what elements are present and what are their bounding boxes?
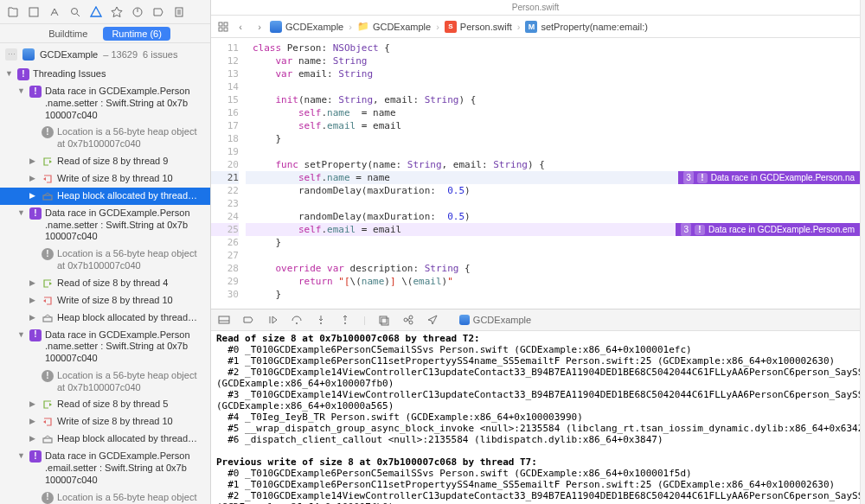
line-number[interactable]: 29 bbox=[211, 275, 239, 288]
line-number[interactable]: 20 bbox=[211, 158, 239, 171]
step-into-icon[interactable] bbox=[315, 314, 327, 326]
line-number[interactable]: 12 bbox=[211, 54, 239, 67]
issue-step[interactable]: ▶Heap block allocated by thread… bbox=[0, 309, 210, 327]
debug-view-hierarchy-icon[interactable] bbox=[378, 314, 390, 326]
report-navigator-icon[interactable] bbox=[173, 6, 185, 18]
debug-target[interactable]: GCDExample bbox=[459, 315, 531, 325]
simulate-location-icon[interactable] bbox=[426, 314, 439, 326]
crumb-symbol[interactable]: MsetProperty(name:email:) bbox=[525, 21, 648, 33]
data-race-issue[interactable]: ▼!Data race in GCDExample.Person .email.… bbox=[0, 448, 210, 488]
disclosure-triangle-icon[interactable]: ▶ bbox=[29, 173, 38, 183]
issue-location[interactable]: !Location is a 56-byte heap object at 0x… bbox=[0, 489, 210, 505]
active-tab-label[interactable]: Person.swift bbox=[512, 3, 559, 12]
code-line[interactable]: self.name = name bbox=[246, 106, 860, 119]
related-items-icon[interactable] bbox=[216, 20, 230, 34]
code-line[interactable]: self.name = name3!Data race in GCDExampl… bbox=[246, 171, 860, 184]
disclosure-triangle-icon[interactable]: ▶ bbox=[29, 295, 38, 305]
code-area[interactable]: class Person: NSObject { var name: Strin… bbox=[246, 38, 860, 309]
disclosure-triangle-icon[interactable]: ▼ bbox=[17, 86, 26, 96]
crumb-project[interactable]: GCDExample bbox=[270, 21, 343, 33]
line-number[interactable]: 18 bbox=[211, 132, 239, 145]
toggle-debug-area-icon[interactable] bbox=[218, 314, 230, 326]
line-number[interactable]: 25 bbox=[211, 223, 239, 236]
issue-project-header[interactable]: ⋯ GCDExample – 13629 6 issues bbox=[0, 43, 210, 66]
disclosure-triangle-icon[interactable]: ▼ bbox=[17, 329, 26, 340]
code-line[interactable]: override var description: String { bbox=[246, 262, 860, 275]
issue-step[interactable]: ▶Read of size 8 by thread 4 bbox=[0, 275, 210, 292]
test-navigator-icon[interactable] bbox=[111, 6, 123, 18]
step-over-icon[interactable] bbox=[291, 314, 303, 326]
issue-step[interactable]: ▶Write of size 8 by thread 10 bbox=[0, 413, 210, 431]
line-number[interactable]: 27 bbox=[211, 249, 239, 262]
issue-location[interactable]: !Location is a 56-byte heap object at 0x… bbox=[0, 367, 210, 397]
find-navigator-icon[interactable] bbox=[69, 6, 81, 18]
line-number[interactable]: 22 bbox=[211, 184, 239, 197]
code-line[interactable]: var email: String bbox=[246, 67, 860, 80]
outline-toggle-icon[interactable]: ⋯ bbox=[5, 48, 17, 61]
data-race-issue[interactable]: ▼!Data race in GCDExample.Person .name.s… bbox=[0, 327, 210, 367]
line-number[interactable]: 13 bbox=[211, 67, 239, 80]
code-line[interactable]: } bbox=[246, 288, 860, 301]
disclosure-triangle-icon[interactable]: ▶ bbox=[29, 416, 38, 426]
code-line[interactable]: func setProperty(name: String, email: St… bbox=[246, 158, 860, 171]
breakpoints-toggle-icon[interactable] bbox=[242, 314, 254, 326]
inline-issue-annotation[interactable]: 3!Data race in GCDExample.Person.em bbox=[676, 223, 860, 236]
symbol-navigator-icon[interactable] bbox=[48, 6, 61, 18]
issue-step[interactable]: ▶Heap block allocated by thread… bbox=[0, 188, 210, 205]
code-line[interactable]: randomDelay(maxDuration: 0.5) bbox=[246, 210, 860, 223]
issue-step[interactable]: ▶Read of size 8 by thread 5 bbox=[0, 396, 210, 413]
disclosure-triangle-icon[interactable]: ▶ bbox=[29, 399, 38, 409]
code-line[interactable]: return "[\(name)] \(email)" bbox=[246, 275, 860, 288]
back-button-icon[interactable]: ‹ bbox=[234, 20, 247, 34]
code-line[interactable]: init(name: String, email: String) { bbox=[246, 93, 860, 106]
continue-icon[interactable] bbox=[266, 314, 279, 326]
issue-location[interactable]: !Location is a 56-byte heap object at 0x… bbox=[0, 124, 210, 153]
code-line[interactable]: var name: String bbox=[246, 54, 860, 67]
threading-issues-group[interactable]: ▼!Threading Issues bbox=[0, 66, 210, 83]
crumb-file[interactable]: SPerson.swift bbox=[445, 21, 512, 33]
debug-navigator-icon[interactable] bbox=[131, 6, 144, 18]
disclosure-triangle-icon[interactable]: ▼ bbox=[17, 450, 26, 461]
line-number[interactable]: 26 bbox=[211, 236, 239, 249]
issue-location[interactable]: !Location is a 56-byte heap object at 0x… bbox=[0, 246, 210, 275]
tab-bar[interactable]: Person.swift bbox=[211, 0, 860, 16]
disclosure-triangle-icon[interactable]: ▶ bbox=[29, 433, 38, 443]
code-line[interactable]: self.email = email3!Data race in GCDExam… bbox=[246, 223, 860, 236]
disclosure-triangle-icon[interactable]: ▼ bbox=[17, 207, 26, 218]
step-out-icon[interactable] bbox=[339, 314, 351, 326]
debug-memory-graph-icon[interactable] bbox=[402, 314, 414, 326]
line-number[interactable]: 16 bbox=[211, 106, 239, 119]
line-number[interactable]: 24 bbox=[211, 210, 239, 223]
line-number[interactable]: 19 bbox=[211, 145, 239, 158]
issue-step[interactable]: ▶Heap block allocated by thread… bbox=[0, 431, 210, 448]
breakpoint-navigator-icon[interactable] bbox=[152, 6, 164, 18]
data-race-issue[interactable]: ▼!Data race in GCDExample.Person .name.s… bbox=[0, 83, 210, 124]
line-number[interactable]: 28 bbox=[211, 262, 239, 275]
issue-step[interactable]: ▶Write of size 8 by thread 10 bbox=[0, 170, 210, 188]
line-number[interactable]: 11 bbox=[211, 41, 239, 54]
runtime-segment[interactable]: Runtime (6) bbox=[103, 27, 170, 41]
line-number-gutter[interactable]: 1112131415161718192021222324252627282930 bbox=[211, 38, 246, 309]
line-number[interactable]: 14 bbox=[211, 80, 239, 93]
source-editor[interactable]: 1112131415161718192021222324252627282930… bbox=[211, 38, 860, 309]
code-line[interactable] bbox=[246, 197, 860, 210]
line-number[interactable]: 23 bbox=[211, 197, 239, 210]
data-race-issue[interactable]: ▼!Data race in GCDExample.Person .name.s… bbox=[0, 205, 210, 246]
code-line[interactable]: randomDelay(maxDuration: 0.5) bbox=[246, 184, 860, 197]
code-line[interactable]: class Person: NSObject { bbox=[246, 41, 860, 54]
disclosure-triangle-icon[interactable]: ▶ bbox=[29, 156, 38, 166]
issue-navigator-icon[interactable] bbox=[90, 6, 102, 18]
inline-issue-annotation[interactable]: 3!Data race in GCDExample.Person.na bbox=[678, 171, 860, 184]
disclosure-triangle-icon[interactable]: ▶ bbox=[29, 312, 38, 322]
code-line[interactable] bbox=[246, 80, 860, 93]
line-number[interactable]: 30 bbox=[211, 288, 239, 301]
issue-step[interactable]: ▶Write of size 8 by thread 10 bbox=[0, 292, 210, 309]
code-line[interactable]: } bbox=[246, 132, 860, 145]
line-number[interactable]: 15 bbox=[211, 93, 239, 106]
disclosure-triangle-icon[interactable]: ▼ bbox=[5, 68, 14, 79]
code-line[interactable]: self.email = email bbox=[246, 119, 860, 132]
source-control-icon[interactable] bbox=[28, 6, 40, 18]
disclosure-triangle-icon[interactable]: ▶ bbox=[29, 190, 38, 201]
buildtime-segment[interactable]: Buildtime bbox=[40, 27, 96, 41]
project-navigator-icon[interactable] bbox=[7, 6, 19, 18]
